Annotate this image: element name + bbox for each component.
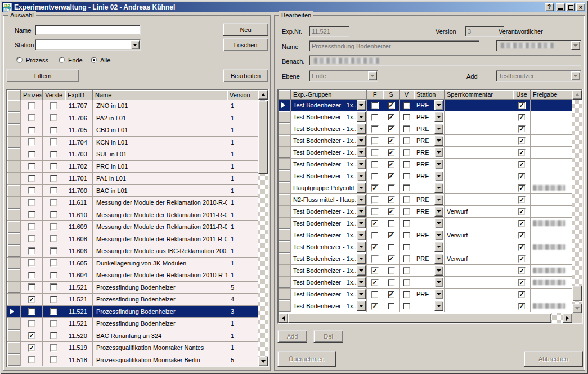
grid-combo-dropdown[interactable] [434, 289, 443, 299]
prozess-checkbox[interactable] [28, 199, 35, 206]
grid-combo-dropdown[interactable] [357, 159, 366, 169]
maximize-button[interactable] [566, 3, 575, 11]
s-checkbox[interactable]: ✓ [388, 173, 395, 180]
s-checkbox[interactable]: ✓ [388, 149, 395, 156]
grid-combo-dropdown[interactable] [357, 195, 366, 205]
s-checkbox[interactable]: ✓ [388, 137, 395, 145]
use-checkbox[interactable]: ✓ [518, 303, 526, 310]
f-checkbox[interactable] [371, 291, 379, 298]
versteckt-checkbox[interactable] [50, 151, 57, 158]
experiment-row[interactable]: 11.704KCN in L011 [7, 137, 258, 149]
add-button[interactable]: Add [277, 330, 307, 343]
row-selector[interactable] [7, 124, 21, 136]
row-selector[interactable] [7, 197, 21, 209]
station-grid-combobox-button[interactable] [434, 242, 443, 252]
versteckt-checkbox[interactable] [50, 114, 57, 121]
versteckt-checkbox[interactable] [50, 199, 57, 206]
row-selector[interactable] [279, 170, 291, 182]
station-grid-combobox-button[interactable] [434, 301, 443, 311]
exp-gruppe-row[interactable]: Test Bodenheizer - 1x...✓✓ [279, 277, 572, 289]
exp-gruppe-combobox-button[interactable] [357, 277, 366, 287]
v-checkbox[interactable] [403, 173, 410, 180]
versteckt-checkbox[interactable] [50, 259, 57, 267]
f-checkbox[interactable] [371, 114, 379, 121]
exp-gruppe-row[interactable]: Test Bodenheizer - 1x...✓PRE✓ [279, 123, 572, 135]
prozess-checkbox[interactable] [28, 102, 35, 110]
grid-combo-dropdown[interactable] [434, 242, 443, 252]
exp-gruppe-row[interactable]: Test Bodenheizer - 1x...✓PRE✓ [279, 111, 572, 123]
scroll-down-button[interactable] [258, 357, 268, 366]
f-checkbox[interactable] [371, 102, 379, 109]
exp-gruppe-combobox-button[interactable] [357, 183, 366, 193]
scroll-right-button[interactable] [563, 313, 572, 323]
exp-gruppe-combobox-button[interactable] [357, 218, 366, 228]
f-checkbox[interactable] [371, 196, 379, 204]
row-selector[interactable] [279, 265, 291, 276]
prozess-checkbox[interactable] [28, 320, 35, 327]
add-user-combobox-button[interactable] [571, 71, 580, 80]
prozess-checkbox[interactable]: ✓ [28, 296, 35, 303]
column-header[interactable]: Exp.-Gruppen [291, 90, 367, 100]
row-selector[interactable] [279, 229, 291, 241]
row-selector[interactable] [279, 300, 291, 312]
prozess-checkbox[interactable] [28, 283, 35, 291]
f-checkbox[interactable]: ✓ [371, 244, 379, 251]
exp-gruppe-row[interactable]: N2-Fluss mittel - Haup...✓PRE✓ [279, 194, 572, 206]
f-checkbox[interactable] [371, 255, 379, 263]
row-selector[interactable] [279, 218, 291, 229]
v-checkbox[interactable] [403, 244, 410, 251]
radio-alle[interactable] [91, 57, 97, 63]
exp-gruppe-row[interactable]: Test Bodenheizer - 1x...✓PREVerwurf✓ [279, 206, 572, 218]
help-button[interactable]: ? [545, 3, 554, 11]
grid-combo-dropdown[interactable] [434, 218, 443, 228]
prozess-checkbox[interactable] [28, 187, 35, 194]
grid-combo-dropdown[interactable] [357, 230, 366, 240]
station-grid-combobox-button[interactable] [434, 195, 443, 205]
row-selector[interactable] [279, 111, 291, 123]
exp-gruppe-row[interactable]: Hauptgruppe Polycold✓✓ [279, 182, 572, 194]
f-checkbox[interactable] [371, 208, 379, 215]
prozess-checkbox[interactable] [28, 151, 35, 158]
s-checkbox[interactable]: ✓ [388, 161, 395, 168]
exp-gruppe-combobox-button[interactable] [357, 124, 366, 134]
verantwortlicher-combobox-button[interactable] [571, 41, 580, 50]
column-header[interactable]: Freigabe [531, 90, 572, 100]
s-checkbox[interactable] [388, 244, 395, 251]
exp-gruppe-combobox-button[interactable] [357, 171, 366, 181]
grid-combo-dropdown[interactable] [357, 183, 366, 193]
use-checkbox[interactable]: ✓ [518, 102, 526, 109]
v-checkbox[interactable] [403, 291, 410, 298]
use-checkbox[interactable]: ✓ [518, 279, 526, 286]
experiment-row[interactable]: 11.703SUL in L011 [7, 148, 258, 161]
experiment-row[interactable]: 11.521Prozessfindung Bodenheizer5 [7, 282, 258, 294]
use-checkbox[interactable]: ✓ [518, 184, 526, 192]
filtern-button[interactable]: Filtern [6, 69, 79, 82]
v-checkbox[interactable] [403, 267, 410, 274]
scroll-up-button[interactable] [572, 90, 582, 100]
prozess-checkbox[interactable] [28, 223, 35, 231]
use-checkbox[interactable]: ✓ [518, 137, 526, 145]
left-table-vscrollbar[interactable] [258, 90, 268, 366]
grid-combo-dropdown[interactable] [434, 206, 443, 217]
exp-gruppe-combobox-button[interactable] [357, 301, 366, 311]
row-selector[interactable] [7, 318, 21, 330]
station-grid-combobox-button[interactable] [434, 100, 443, 110]
exp-gruppe-combobox-button[interactable] [357, 206, 366, 217]
station-grid-combobox-button[interactable] [434, 289, 443, 299]
name-input[interactable] [35, 25, 141, 35]
row-selector[interactable] [7, 354, 21, 366]
experiment-row[interactable]: 11.606Messung der Module aus IBC-Reklama… [7, 245, 258, 258]
row-selector[interactable] [279, 289, 291, 300]
row-selector[interactable] [279, 241, 291, 253]
neu-button[interactable]: Neu [223, 23, 268, 36]
row-selector[interactable] [7, 342, 21, 354]
column-header[interactable]: Sperrkommentar [445, 90, 513, 100]
use-checkbox[interactable]: ✓ [518, 173, 526, 180]
grid-combo-dropdown[interactable] [357, 124, 366, 134]
versteckt-checkbox[interactable] [50, 138, 57, 146]
f-checkbox[interactable] [371, 173, 379, 180]
prozess-checkbox[interactable] [28, 247, 35, 255]
station-grid-combobox-button[interactable] [434, 206, 443, 217]
exp-gruppe-combobox-button[interactable] [357, 100, 366, 110]
row-selector[interactable] [7, 100, 21, 112]
